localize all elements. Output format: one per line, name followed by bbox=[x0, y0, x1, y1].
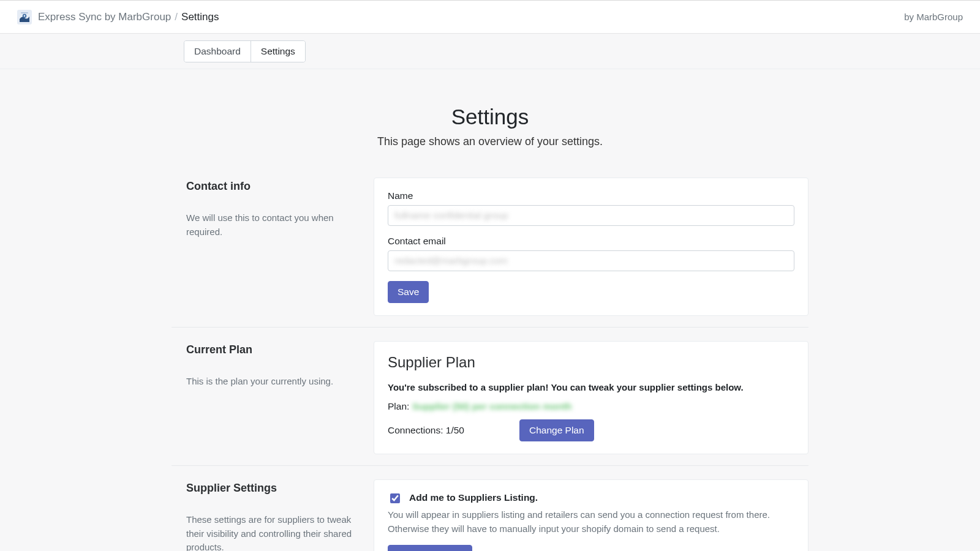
plan-card-desc: You're subscribed to a supplier plan! Yo… bbox=[388, 382, 794, 392]
plan-section-title: Current Plan bbox=[186, 343, 355, 356]
contact-section-title: Contact info bbox=[186, 180, 355, 193]
listing-checkbox[interactable] bbox=[390, 493, 400, 503]
supplier-section-title: Supplier Settings bbox=[186, 482, 355, 495]
breadcrumb-separator: / bbox=[175, 11, 178, 23]
header-byline: by MarbGroup bbox=[904, 12, 963, 22]
save-button[interactable]: Save bbox=[388, 281, 429, 303]
svg-point-2 bbox=[24, 15, 26, 17]
plan-card: Supplier Plan You're subscribed to a sup… bbox=[374, 341, 809, 454]
email-label: Contact email bbox=[388, 236, 794, 247]
section-supplier: Supplier Settings These settings are for… bbox=[172, 465, 809, 551]
contact-card: Name fullname confidential group Contact… bbox=[374, 178, 809, 316]
change-plan-button[interactable]: Change Plan bbox=[519, 419, 594, 441]
section-contact: Contact info We will use this to contact… bbox=[172, 178, 809, 327]
plan-section-help: This is the plan your currently using. bbox=[186, 375, 355, 389]
breadcrumb-app-link[interactable]: Express Sync by MarbGroup bbox=[38, 11, 171, 23]
app-logo-icon bbox=[17, 10, 32, 24]
tab-settings[interactable]: Settings bbox=[251, 41, 305, 62]
name-label: Name bbox=[388, 190, 794, 201]
supplier-section-help: These settings are for suppliers to twea… bbox=[186, 513, 355, 551]
email-input-value: redacted@marbgroup.com bbox=[394, 255, 508, 266]
plan-value: Supplier (50) per connection month bbox=[412, 401, 572, 411]
page-subtitle: This page shows an overview of your sett… bbox=[172, 135, 809, 148]
update-settings-button[interactable]: Update Settings bbox=[388, 545, 472, 552]
tab-dashboard[interactable]: Dashboard bbox=[184, 41, 251, 62]
breadcrumb-current: Settings bbox=[181, 11, 219, 23]
plan-card-title: Supplier Plan bbox=[388, 354, 794, 371]
contact-section-help: We will use this to contact you when req… bbox=[186, 211, 355, 239]
breadcrumb: Express Sync by MarbGroup / Settings bbox=[38, 11, 219, 23]
listing-checkbox-help: You will appear in suppliers listing and… bbox=[388, 508, 794, 536]
plan-prefix: Plan: bbox=[388, 401, 409, 411]
nav-tabs: Dashboard Settings bbox=[184, 40, 306, 62]
supplier-card: Add me to Suppliers Listing. You will ap… bbox=[374, 479, 809, 551]
svg-rect-3 bbox=[21, 12, 28, 13]
app-header: Express Sync by MarbGroup / Settings by … bbox=[0, 1, 980, 34]
section-plan: Current Plan This is the plan your curre… bbox=[172, 327, 809, 465]
page-title: Settings bbox=[172, 105, 809, 129]
connections-value: 1/50 bbox=[446, 425, 464, 435]
listing-checkbox-label: Add me to Suppliers Listing. bbox=[409, 492, 538, 503]
connections-label: Connections: bbox=[388, 425, 443, 435]
name-input[interactable]: fullname confidential group bbox=[388, 205, 794, 226]
email-input[interactable]: redacted@marbgroup.com bbox=[388, 250, 794, 271]
subnav: Dashboard Settings bbox=[0, 34, 980, 69]
name-input-value: fullname confidential group bbox=[394, 210, 508, 220]
